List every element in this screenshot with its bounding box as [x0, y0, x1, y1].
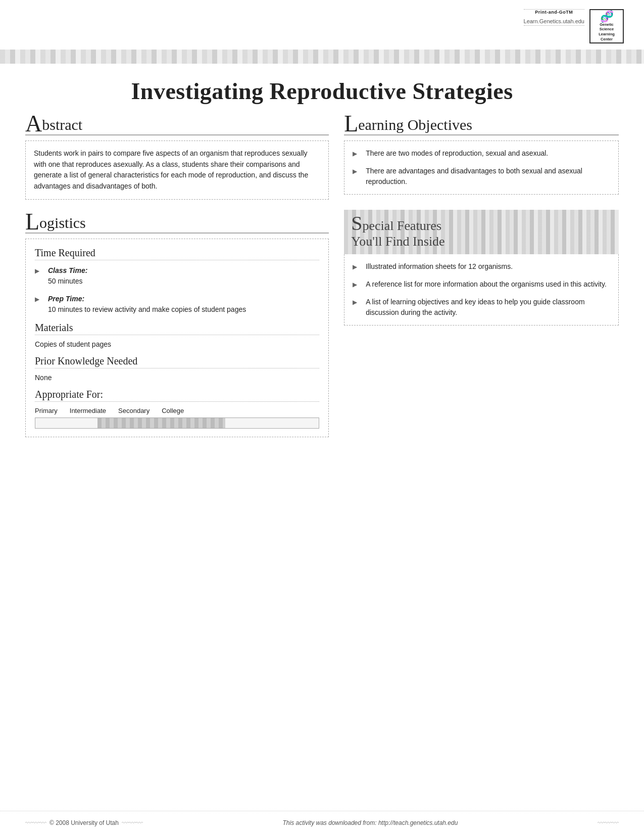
sf-dropcap: S [351, 212, 362, 235]
level-bar-fill [97, 418, 225, 428]
lo-item-1: ▶ There are two modes of reproduction, s… [353, 148, 610, 159]
level-bar-container [35, 418, 319, 429]
learning-objectives-header: Learning Objectives [344, 114, 619, 135]
special-features-section: Special Features You'll Find Inside ▶ Il… [344, 210, 619, 326]
prior-knowledge-section: Prior Knowledge Needed None [35, 355, 319, 382]
level-intermediate: Intermediate [70, 407, 106, 414]
abstract-section: Abstract Students work in pairs to compa… [25, 114, 329, 200]
level-labels-row: Primary Intermediate Secondary College [35, 407, 319, 414]
copyright-text: © 2008 University of Utah [49, 819, 119, 826]
logistics-box: Time Required ▶ Class Time: 50 minutes ▶… [25, 239, 329, 437]
footer-deco-right: 〰〰〰 [598, 819, 619, 827]
prep-time-item: ▶ Prep Time: 10 minutes to review activi… [35, 294, 319, 315]
sf-text-2: A reference list for more information ab… [366, 279, 607, 290]
print-and-go-text: Print-and-Go [535, 10, 566, 15]
class-time-detail: 50 minutes [48, 276, 87, 287]
class-time-bullet: ▶ [35, 266, 48, 275]
special-features-box: ▶ Illustrated information sheets for 12 … [344, 254, 619, 326]
level-college: College [162, 407, 184, 414]
abstract-text: Students work in pairs to compare five a… [34, 148, 320, 192]
sf-header-line2: You'll Find Inside [351, 234, 445, 249]
print-and-go-label: Print-and-GoTM [524, 9, 584, 18]
prep-time-content: Prep Time: 10 minutes to review activity… [48, 294, 246, 315]
logo-figure: 🧬 [600, 11, 614, 22]
decorative-banner [0, 50, 644, 64]
left-column: Abstract Students work in pairs to compa… [25, 114, 329, 437]
footer-right: 〰〰〰 [598, 819, 619, 827]
sf-text-1: Illustrated information sheets for 12 or… [366, 261, 513, 272]
logistics-header-rest: ogistics [39, 214, 86, 231]
sf-item-1: ▶ Illustrated information sheets for 12 … [353, 261, 610, 272]
prep-time-label: Prep Time: [48, 294, 246, 304]
url-label: Learn.Genetics.utah.edu [524, 18, 584, 26]
abstract-header: Abstract [25, 114, 329, 135]
logistics-header: Logistics [25, 212, 329, 234]
lo-bullet-2: ▶ [353, 167, 366, 176]
footer-center: This activity was downloaded from: http:… [283, 819, 458, 826]
sf-item-2: ▶ A reference list for more information … [353, 279, 610, 290]
lo-bullet-1: ▶ [353, 149, 366, 158]
abstract-box: Students work in pairs to compare five a… [25, 141, 329, 200]
download-text: This activity was downloaded from: http:… [283, 819, 458, 826]
sf-item-3: ▶ A list of learning objectives and key … [353, 297, 610, 318]
two-column-layout: Abstract Students work in pairs to compa… [0, 114, 644, 437]
prior-knowledge-text: None [35, 374, 319, 382]
prior-knowledge-header: Prior Knowledge Needed [35, 355, 319, 368]
logo-text: Genetic Science Learning Center [599, 22, 615, 42]
level-primary: Primary [35, 407, 58, 414]
learning-objectives-box: ▶ There are two modes of reproduction, s… [344, 141, 619, 195]
class-time-item: ▶ Class Time: 50 minutes [35, 265, 319, 287]
special-features-header-box: Special Features You'll Find Inside [344, 210, 619, 254]
footer-left: 〰〰〰 © 2008 University of Utah 〰〰〰 [25, 819, 143, 827]
materials-header: Materials [35, 322, 319, 335]
lo-dropcap: L [344, 114, 358, 133]
logo-box: 🧬 Genetic Science Learning Center [589, 9, 624, 43]
header: Print-and-GoTM Learn.Genetics.utah.edu 🧬… [0, 0, 644, 43]
sf-bullet-3: ▶ [353, 298, 366, 307]
lo-text-2: There are advantages and disadvantages t… [366, 166, 610, 187]
learning-objectives-section: Learning Objectives ▶ There are two mode… [344, 114, 619, 195]
time-required-header: Time Required [35, 247, 319, 260]
prep-time-bullet: ▶ [35, 295, 48, 304]
special-features-header-text: Special Features You'll Find Inside [351, 215, 612, 249]
lo-text-1: There are two modes of reproduction, sex… [366, 148, 548, 159]
footer: 〰〰〰 © 2008 University of Utah 〰〰〰 This a… [0, 811, 644, 834]
sf-bullet-2: ▶ [353, 280, 366, 289]
class-time-content: Class Time: 50 minutes [48, 265, 87, 287]
materials-text: Copies of student pages [35, 340, 319, 348]
lo-item-2: ▶ There are advantages and disadvantages… [353, 166, 610, 187]
footer-deco-left: 〰〰〰 [25, 819, 46, 827]
trademark: TM [566, 10, 573, 15]
sf-header-line1: pecial Features [362, 218, 441, 233]
time-required-section: Time Required ▶ Class Time: 50 minutes ▶… [35, 247, 319, 315]
logistics-section: Logistics Time Required ▶ Class Time: 50… [25, 212, 329, 437]
prep-time-detail: 10 minutes to review activity and make c… [48, 304, 246, 315]
page-title: Investigating Reproductive Strategies [0, 64, 644, 114]
level-secondary: Secondary [118, 407, 150, 414]
footer-deco-left2: 〰〰〰 [122, 819, 143, 827]
appropriate-for-section: Appropriate For: Primary Intermediate Se… [35, 389, 319, 429]
lo-header-rest: earning Objectives [358, 116, 472, 133]
abstract-dropcap: A [25, 114, 42, 133]
logistics-dropcap: L [25, 212, 39, 231]
sf-bullet-1: ▶ [353, 262, 366, 271]
class-time-label: Class Time: [48, 265, 87, 276]
appropriate-for-header: Appropriate For: [35, 389, 319, 402]
abstract-header-rest: bstract [42, 116, 82, 133]
right-column: Learning Objectives ▶ There are two mode… [344, 114, 619, 437]
header-text: Print-and-GoTM Learn.Genetics.utah.edu [524, 9, 584, 26]
materials-section: Materials Copies of student pages [35, 322, 319, 348]
sf-text-3: A list of learning objectives and key id… [366, 297, 610, 318]
